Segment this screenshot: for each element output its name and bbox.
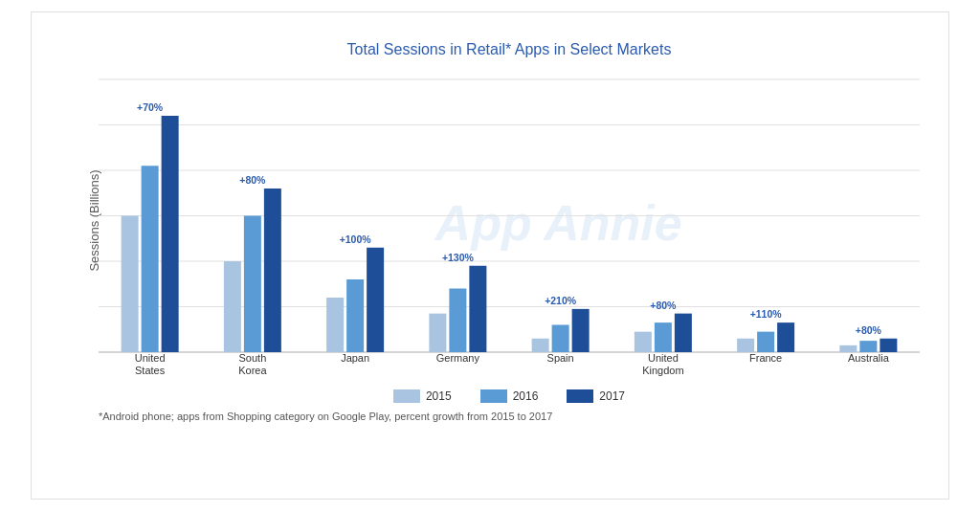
legend: 2015 2016 2017: [99, 389, 920, 403]
legend-label-2016: 2016: [513, 389, 539, 403]
bars-container: [99, 70, 920, 376]
legend-item-2017: 2017: [567, 389, 625, 403]
chart-title: Total Sessions in Retail* Apps in Select…: [99, 41, 920, 58]
legend-label-2015: 2015: [426, 389, 452, 403]
legend-item-2016: 2016: [480, 389, 539, 403]
chart-container: Total Sessions in Retail* Apps in Select…: [31, 11, 949, 500]
legend-label-2017: 2017: [599, 389, 625, 403]
chart-area: App Annie 0102030405060+70%UnitedStates+…: [99, 70, 920, 376]
legend-color-2015: [393, 389, 420, 403]
legend-item-2015: 2015: [393, 389, 452, 403]
footnote: *Android phone; apps from Shopping categ…: [99, 411, 920, 422]
legend-color-2016: [480, 389, 507, 403]
legend-color-2017: [567, 389, 593, 403]
